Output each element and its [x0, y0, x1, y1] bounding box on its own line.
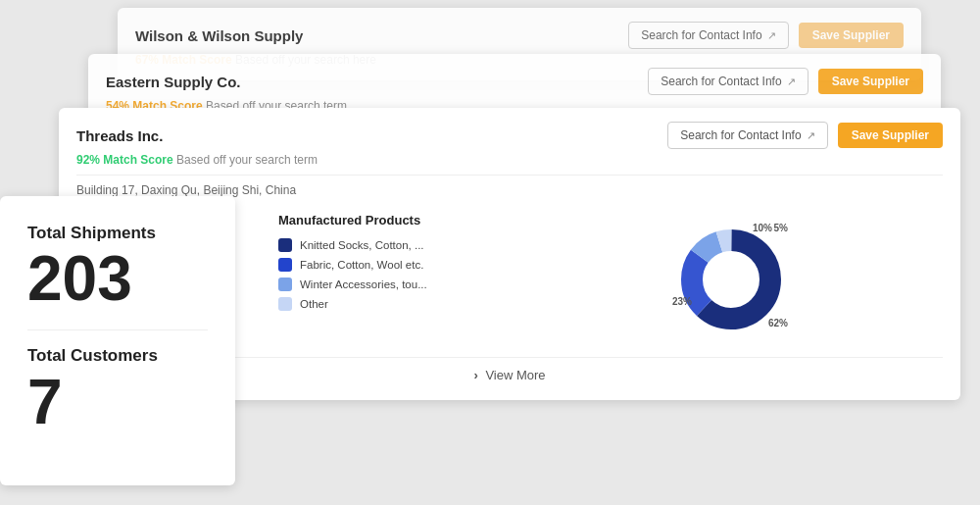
threads-search-contact-label: Search for Contact Info	[680, 128, 801, 142]
product-color-dot	[278, 297, 292, 311]
threads-search-contact-button[interactable]: Search for Contact Info ↗	[667, 122, 827, 149]
stats-divider	[27, 329, 208, 330]
threads-save-supplier-button[interactable]: Save Supplier	[838, 123, 943, 148]
threads-card-header: Threads Inc. Search for Contact Info ↗ S…	[76, 122, 943, 149]
eastern-actions: Search for Contact Info ↗ Save Supplier	[648, 68, 923, 95]
donut-label-10: 10%	[753, 223, 772, 233]
wilson-search-contact-label: Search for Contact Info	[641, 28, 761, 42]
stats-card: Total Shipments 203 Total Customers 7	[0, 196, 235, 485]
eastern-save-supplier-button[interactable]: Save Supplier	[818, 69, 923, 94]
eastern-card-header: Eastern Supply Co. Search for Contact In…	[106, 68, 923, 95]
shipments-value: 203	[27, 247, 208, 310]
donut-label-5: 5%	[774, 223, 788, 233]
threads-match-score: 92% Match Score Based off your search te…	[76, 153, 943, 167]
list-item: Knitted Socks, Cotton, ...	[278, 235, 504, 255]
threads-supplier-name: Threads Inc.	[76, 127, 163, 144]
external-link-icon: ↗	[787, 76, 796, 88]
wilson-actions: Search for Contact Info ↗ Save Supplier	[628, 22, 904, 49]
product-list: Knitted Socks, Cotton, ... Fabric, Cotto…	[278, 235, 504, 314]
product-color-dot	[278, 258, 292, 272]
list-item: Other	[278, 294, 504, 314]
donut-label-23: 23%	[672, 296, 692, 307]
list-item: Fabric, Cotton, Wool etc.	[278, 255, 504, 275]
threads-actions: Search for Contact Info ↗ Save Supplier	[667, 122, 943, 149]
shipments-label: Total Shipments	[27, 224, 208, 243]
product-color-dot	[278, 238, 292, 252]
list-item: Winter Accessories, tou...	[278, 275, 504, 294]
donut-label-62: 62%	[768, 318, 788, 328]
wilson-card-header: Wilson & Wilson Supply Search for Contac…	[135, 22, 904, 49]
donut-chart-section: 10% 5% 23% 62%	[519, 213, 943, 345]
eastern-search-contact-label: Search for Contact Info	[661, 75, 781, 88]
eastern-search-contact-button[interactable]: Search for Contact Info ↗	[648, 68, 808, 95]
customers-value: 7	[27, 371, 208, 433]
donut-chart: 10% 5% 23% 62%	[672, 221, 790, 338]
chevron-right-icon: ›	[473, 368, 477, 382]
manufactured-products-section: Manufactured Products Knitted Socks, Cot…	[278, 213, 504, 345]
external-link-icon: ↗	[767, 29, 776, 42]
eastern-supplier-name: Eastern Supply Co.	[106, 74, 241, 90]
customers-label: Total Customers	[27, 346, 208, 366]
wilson-search-contact-button[interactable]: Search for Contact Info ↗	[628, 22, 788, 49]
external-link-icon: ↗	[807, 129, 815, 142]
wilson-save-supplier-button[interactable]: Save Supplier	[799, 23, 904, 48]
manufactured-products-title: Manufactured Products	[278, 213, 504, 227]
wilson-supplier-name: Wilson & Wilson Supply	[135, 27, 303, 44]
product-color-dot	[278, 278, 292, 291]
donut-labels: 10% 5% 23% 62%	[672, 221, 790, 338]
